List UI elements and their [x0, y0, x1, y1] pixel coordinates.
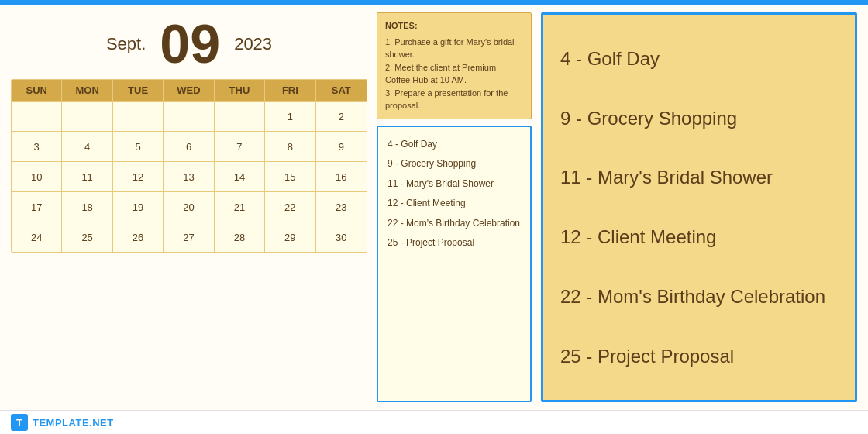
cal-cell: 2: [316, 102, 367, 131]
event-large-3: 12 - Client Meeting: [560, 225, 838, 249]
col-thu: THU: [215, 80, 265, 101]
event-small-5: 25 - Project Proposal: [388, 233, 521, 253]
cal-cell: 15: [265, 162, 315, 191]
cal-cell: 18: [62, 192, 112, 222]
event-small-0: 4 - Golf Day: [388, 135, 521, 155]
cal-cell: 16: [316, 162, 367, 191]
events-small-box: 4 - Golf Day 9 - Grocery Shopping 11 - M…: [377, 126, 532, 403]
col-tue: TUE: [113, 80, 164, 101]
event-large-4: 22 - Mom's Birthday Celebration: [560, 284, 838, 308]
logo-icon: T: [11, 414, 28, 431]
cal-cell: 30: [316, 222, 367, 252]
cal-cell: 29: [265, 222, 315, 252]
event-small-4: 22 - Mom's Birthday Celebration: [388, 214, 521, 234]
cal-cell: 27: [164, 222, 214, 252]
day-number: 09: [160, 17, 220, 71]
month-label: Sept.: [106, 34, 146, 54]
col-wed: WED: [164, 80, 214, 101]
cal-week-4: 17 18 19 20 21 22 23: [12, 191, 367, 222]
col-mon: MON: [62, 80, 112, 101]
cal-week-2: 3 4 5 6 7 8 9: [12, 131, 367, 161]
cal-cell: 17: [12, 192, 62, 222]
col-sat: SAT: [316, 80, 367, 101]
middle-section: NOTES: 1. Purchase a gift for Mary's bri…: [377, 12, 532, 402]
cal-cell: 25: [62, 222, 112, 252]
calendar-body: 1 2 3 4 5 6 7 8 9 10 11 12: [12, 101, 367, 252]
notes-item-1: 1. Purchase a gift for Mary's bridal sho…: [385, 36, 523, 61]
calendar-grid: SUN MON TUE WED THU FRI SAT 1 2: [11, 79, 367, 253]
cal-cell: 19: [113, 192, 164, 222]
cal-cell: [12, 102, 62, 131]
event-large-5: 25 - Project Proposal: [560, 344, 838, 368]
event-small-1: 9 - Grocery Shopping: [388, 154, 521, 174]
cal-cell: 28: [215, 222, 265, 252]
col-fri: FRI: [265, 80, 315, 101]
notes-item-3: 3. Prepare a presentation for the propos…: [385, 87, 523, 112]
cal-cell: 6: [164, 132, 214, 161]
cal-cell: 4: [62, 132, 112, 161]
event-small-3: 12 - Client Meeting: [388, 194, 521, 214]
cal-cell: [215, 102, 265, 131]
cal-cell: 14: [215, 162, 265, 191]
cal-week-1: 1 2: [12, 101, 367, 131]
cal-cell: 1: [265, 102, 315, 131]
cal-cell: 12: [113, 162, 164, 191]
cal-cell: 13: [164, 162, 214, 191]
cal-cell: 21: [215, 192, 265, 222]
cal-cell: 5: [113, 132, 164, 161]
event-large-0: 4 - Golf Day: [560, 46, 838, 71]
cal-week-3: 10 11 12 13 14 15 16: [12, 161, 367, 191]
notes-title: NOTES:: [385, 19, 523, 33]
calendar-section: Sept. 09 2023 SUN MON TUE WED THU FRI SA…: [11, 12, 367, 402]
calendar-header-row: SUN MON TUE WED THU FRI SAT: [12, 80, 367, 101]
month-header: Sept. 09 2023: [11, 12, 367, 79]
notes-box: NOTES: 1. Purchase a gift for Mary's bri…: [377, 12, 532, 119]
cal-cell: 8: [265, 132, 315, 161]
cal-cell: 20: [164, 192, 214, 222]
cal-cell: 7: [215, 132, 265, 161]
cal-cell: 24: [12, 222, 62, 252]
events-large-section: 4 - Golf Day 9 - Grocery Shopping 11 - M…: [541, 12, 857, 402]
footer: T TEMPLATE.NET: [0, 410, 868, 434]
cal-cell: 26: [113, 222, 164, 252]
cal-cell: 3: [12, 132, 62, 161]
cal-week-5: 24 25 26 27 28 29 30: [12, 222, 367, 252]
event-large-1: 9 - Grocery Shopping: [560, 106, 838, 130]
cal-cell: 23: [316, 192, 367, 222]
cal-cell: 10: [12, 162, 62, 191]
cal-cell: [164, 102, 214, 131]
cal-cell: [113, 102, 164, 131]
cal-cell: 22: [265, 192, 315, 222]
logo-text: TEMPLATE.NET: [33, 417, 114, 429]
notes-item-2: 2. Meet the client at Premium Coffee Hub…: [385, 61, 523, 87]
cal-cell: 11: [62, 162, 112, 191]
col-sun: SUN: [12, 80, 62, 101]
cal-cell: [62, 102, 112, 131]
year-label: 2023: [234, 34, 272, 54]
event-small-2: 11 - Mary's Bridal Shower: [388, 174, 521, 195]
event-large-2: 11 - Mary's Bridal Shower: [560, 165, 838, 189]
template-logo: T TEMPLATE.NET: [11, 414, 114, 431]
main-container: Sept. 09 2023 SUN MON TUE WED THU FRI SA…: [0, 5, 868, 410]
cal-cell: 9: [316, 132, 367, 161]
